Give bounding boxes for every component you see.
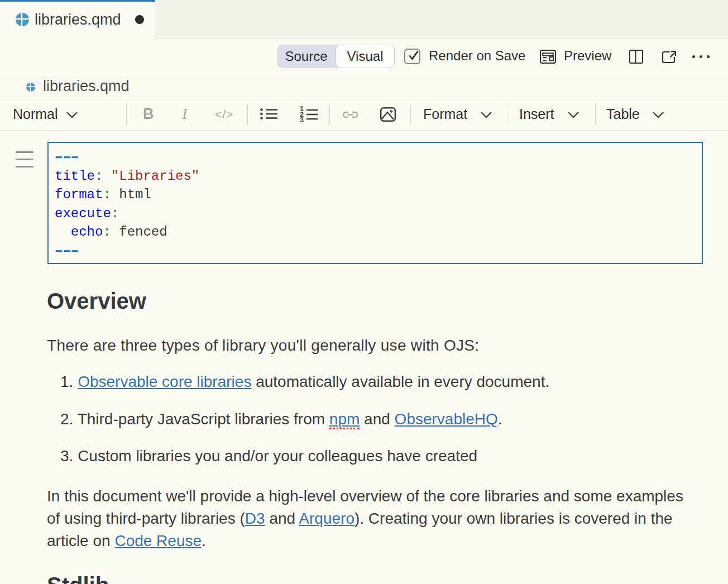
svg-text:3: 3 xyxy=(300,116,304,123)
